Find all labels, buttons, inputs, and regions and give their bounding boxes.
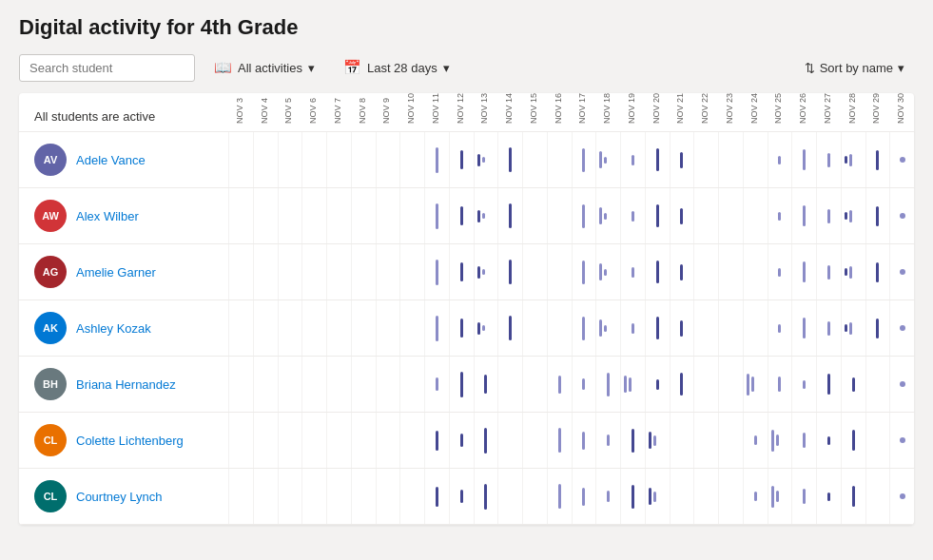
activity-cell — [351, 300, 376, 356]
date-header-col: NOV 14 — [497, 93, 522, 127]
avatar: AV — [34, 144, 67, 176]
activity-cell — [326, 132, 351, 187]
activity-bar — [849, 154, 852, 166]
activity-cell — [595, 132, 620, 187]
student-name[interactable]: Colette Lichtenberg — [76, 434, 184, 448]
activity-cell — [228, 469, 253, 524]
activity-bar — [632, 211, 634, 222]
student-name[interactable]: Amelie Garner — [76, 265, 156, 280]
activity-bar — [604, 213, 607, 220]
activity-cell — [816, 188, 841, 243]
activity-cols — [228, 188, 914, 243]
activity-bar — [771, 486, 774, 508]
activity-cell — [693, 469, 718, 524]
activity-cell — [718, 132, 743, 187]
activity-cell — [693, 244, 718, 299]
activity-bar — [632, 267, 634, 278]
activity-cols — [228, 132, 914, 187]
activity-bar — [558, 376, 561, 394]
activity-bar — [771, 430, 774, 452]
student-info: AWAlex Wilber — [19, 192, 228, 240]
activity-bar — [827, 492, 830, 501]
activity-bar — [460, 319, 463, 338]
date-label: NOV 30 — [897, 93, 906, 124]
activity-cell — [841, 357, 865, 412]
activity-bar — [803, 318, 806, 338]
activity-bar — [632, 323, 634, 334]
activity-cell — [497, 132, 522, 187]
activity-cell — [572, 188, 596, 243]
activity-bar — [599, 207, 602, 224]
activity-cell — [670, 469, 694, 524]
activity-cell — [645, 132, 670, 187]
date-header-col: NOV 7 — [326, 93, 351, 127]
date-header-col: NOV 26 — [791, 93, 816, 127]
activity-cell — [670, 357, 694, 412]
date-label: NOV 6 — [309, 98, 319, 124]
sort-button[interactable]: ⇅ Sort by name ▾ — [795, 55, 914, 81]
activity-cell — [620, 244, 645, 299]
search-input[interactable] — [19, 54, 195, 82]
book-icon: 📖 — [214, 59, 232, 76]
activity-cell — [326, 469, 351, 524]
activity-bar — [460, 150, 463, 169]
date-range-filter-label: Last 28 days — [367, 61, 437, 75]
avatar: AK — [34, 312, 67, 344]
date-label: NOV 3 — [236, 98, 245, 124]
activity-cell — [693, 300, 718, 356]
activity-cell — [768, 357, 792, 412]
activity-cell — [620, 300, 645, 356]
student-name[interactable]: Adele Vance — [76, 153, 146, 167]
student-name[interactable]: Courtney Lynch — [76, 490, 163, 504]
date-label: NOV 15 — [530, 93, 539, 124]
student-name[interactable]: Briana Hernandez — [76, 377, 176, 392]
date-header-col: NOV 17 — [572, 93, 596, 127]
date-header-col: NOV 20 — [645, 93, 670, 127]
date-label: NOV 16 — [554, 93, 564, 124]
date-header-col: NOV 9 — [376, 93, 400, 127]
student-name[interactable]: Alex Wilber — [76, 209, 139, 223]
student-row: CLCourtney Lynch — [19, 469, 914, 525]
activity-cols — [228, 413, 914, 468]
activity-bar — [436, 431, 438, 451]
activity-cell — [474, 413, 498, 468]
activity-cell — [547, 188, 572, 243]
date-label: NOV 28 — [848, 93, 858, 124]
student-name[interactable]: Ashley Kozak — [76, 321, 151, 336]
activity-bar — [803, 433, 806, 448]
activity-cell — [620, 357, 645, 412]
date-label: NOV 17 — [578, 93, 588, 124]
activity-cell — [718, 357, 743, 412]
student-row: AWAlex Wilber — [19, 188, 914, 244]
activity-bar — [845, 324, 847, 332]
avatar: CL — [34, 424, 67, 456]
date-label: NOV 5 — [284, 98, 294, 124]
toolbar: 📖 All activities ▾ 📅 Last 28 days ▾ ⇅ So… — [19, 53, 914, 82]
activity-cell — [376, 244, 400, 299]
date-range-filter-button[interactable]: 📅 Last 28 days ▾ — [334, 53, 459, 82]
activity-cell — [645, 469, 670, 524]
activity-cell — [376, 132, 400, 187]
activity-cell — [572, 300, 596, 356]
activities-filter-button[interactable]: 📖 All activities ▾ — [204, 53, 324, 82]
date-header-col: NOV 23 — [718, 93, 743, 127]
activity-cell — [670, 188, 694, 243]
date-label: NOV 25 — [774, 93, 784, 124]
activity-cell — [351, 244, 376, 299]
activity-cell — [449, 357, 474, 412]
date-label: NOV 13 — [480, 93, 490, 124]
date-label: NOV 29 — [872, 93, 882, 124]
date-header-col: NOV 27 — [816, 93, 841, 127]
date-header-col: NOV 4 — [253, 93, 278, 127]
activity-cell — [718, 188, 743, 243]
activity-cell — [326, 300, 351, 356]
activity-cell — [572, 132, 596, 187]
activity-cell — [449, 413, 474, 468]
activity-bar — [509, 316, 512, 340]
activity-cell — [645, 357, 670, 412]
activity-cell — [718, 300, 743, 356]
activity-cell — [743, 132, 768, 187]
date-label: NOV 24 — [750, 93, 760, 124]
activity-cell — [301, 357, 326, 412]
activity-cell — [693, 413, 718, 468]
